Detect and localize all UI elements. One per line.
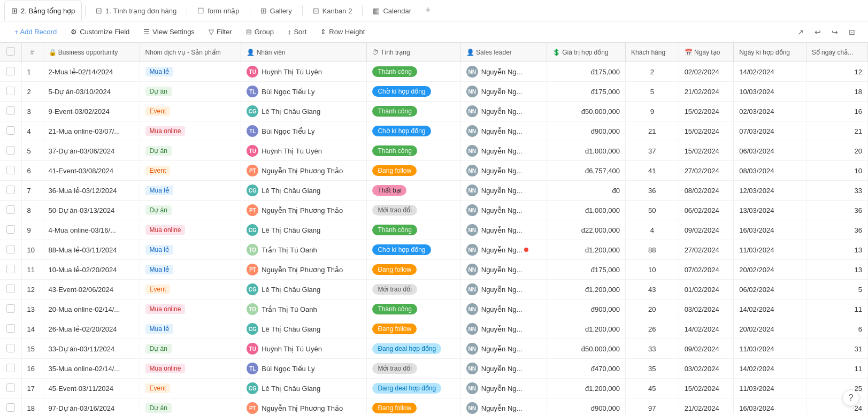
row-checkbox-cell[interactable] [0, 379, 21, 398]
row-checkbox-cell[interactable] [0, 319, 21, 339]
row-height-icon: ⇕ [320, 28, 326, 36]
table-row[interactable]: 1533-Dự án-03/11/2024Dự ánTUHuỳnh Thị Tú… [0, 339, 868, 359]
table-row[interactable]: 94-Mua online-03/16/...Mua onlineCGLê Th… [0, 220, 868, 240]
row-checkbox-cell[interactable] [0, 121, 21, 141]
table-row[interactable]: 1426-Mua lẻ-02/20/2024Mua lẻCGLê Thị Châ… [0, 319, 868, 339]
add-tab-button[interactable]: + [420, 3, 435, 18]
table-row[interactable]: 850-Dự án-03/13/2024Dự ánPTNguyễn Thị Ph… [0, 201, 868, 220]
row-business: 26-Mua lẻ-02/20/2024 [43, 319, 140, 339]
row-ngaytao: 15/02/2024 [679, 121, 734, 141]
col-checkbox[interactable] [0, 43, 21, 62]
row-num: 12 [21, 280, 43, 299]
tab-tinh-trang[interactable]: ⊡ 1. Tình trạng đơn hàng [89, 1, 183, 21]
leader-avatar: NN [466, 86, 478, 97]
toolbar-right: ↗ ↩ ↪ ⊡ [793, 25, 859, 39]
row-checkbox-cell[interactable] [0, 141, 21, 161]
view-settings-button[interactable]: ☰ View Settings [137, 25, 201, 39]
row-height-button[interactable]: ⇕ Row Height [314, 25, 371, 39]
row-checkbox-cell[interactable] [0, 82, 21, 102]
row-songay: 16 [806, 102, 867, 121]
leader-name: Nguyễn Ng... [481, 167, 523, 175]
row-checkbox-cell[interactable] [0, 299, 21, 319]
row-checkbox[interactable] [6, 265, 15, 273]
row-leader: NNNguyễn Ng... [460, 102, 547, 121]
nhom-tag: Event [145, 166, 171, 175]
row-checkbox[interactable] [6, 126, 15, 135]
status-badge: Chờ kí hợp đồng [372, 86, 431, 97]
status-badge: Đang deal hợp đồng [372, 343, 441, 354]
row-checkbox[interactable] [6, 344, 15, 352]
table-row[interactable]: 25-Dự án-03/10/2024Dự ánTLBùi Ngọc Tiểu … [0, 82, 868, 102]
row-checkbox[interactable] [6, 166, 15, 174]
row-checkbox[interactable] [6, 225, 15, 234]
row-giatri: đ1,200,000 [547, 240, 625, 260]
undo-button[interactable]: ↩ [810, 25, 825, 39]
table-row[interactable]: 1745-Event-03/11/2024EventCGLê Thị Châu … [0, 379, 868, 398]
row-giatri: đ470,000 [547, 359, 625, 379]
avatar: TU [247, 343, 258, 355]
row-checkbox[interactable] [6, 285, 15, 293]
row-checkbox-cell[interactable] [0, 359, 21, 379]
row-checkbox[interactable] [6, 146, 15, 155]
tab-calendar[interactable]: ▦ Calendar [366, 1, 418, 21]
row-checkbox-cell[interactable] [0, 260, 21, 280]
table-row[interactable]: 12-Mua lẻ-02/14/2024Mua lẻTUHuỳnh Thị Tú… [0, 62, 868, 82]
row-checkbox[interactable] [6, 87, 15, 95]
row-checkbox-cell[interactable] [0, 62, 21, 82]
customize-field-button[interactable]: ⚙ Customize Field [65, 25, 135, 39]
table-row[interactable]: 1320-Mua online-02/14/...Mua onlineTOTrầ… [0, 299, 868, 319]
table-row[interactable]: 641-Event-03/08/2024EventPTNguyễn Thị Ph… [0, 161, 868, 181]
table-row[interactable]: 1897-Dự án-03/16/2024Dự ánPTNguyễn Thị P… [0, 398, 868, 414]
table-row[interactable]: 1243-Event-02/06/2024EventCGLê Thị Châu … [0, 280, 868, 299]
table-row[interactable]: 537-Dự án-03/06/2024Dự ánTUHuỳnh Thị Tú … [0, 141, 868, 161]
row-checkbox-cell[interactable] [0, 280, 21, 299]
row-giatri: đ0 [547, 181, 625, 201]
group-button[interactable]: ⊟ Group [240, 25, 280, 39]
row-checkbox[interactable] [6, 403, 15, 412]
nhom-tag: Mua online [145, 126, 186, 136]
leader-avatar: NN [466, 283, 478, 295]
tab-bang-tong-hop[interactable]: ⊞ 2. Bảng tổng hợp [4, 1, 82, 21]
row-checkbox[interactable] [6, 324, 15, 333]
table-row[interactable]: 1110-Mua lẻ-02/20/2024Mua lẻPTNguyễn Thị… [0, 260, 868, 280]
row-checkbox[interactable] [6, 106, 15, 115]
row-checkbox-cell[interactable] [0, 339, 21, 359]
tab-form-nhap[interactable]: ☐ form nhập [190, 1, 246, 21]
row-checkbox-cell[interactable] [0, 240, 21, 260]
tab-gallery[interactable]: ⊞ Gallery [254, 1, 299, 21]
table-row[interactable]: 736-Mua lẻ-03/12/2024Mua lẻCGLê Thị Châu… [0, 181, 868, 201]
table-row[interactable]: 421-Mua online-03/07/...Mua onlineTLBùi … [0, 121, 868, 141]
row-checkbox-cell[interactable] [0, 220, 21, 240]
table-row[interactable]: 39-Event-03/02/2024EventCGLê Thị Châu Gi… [0, 102, 868, 121]
row-checkbox[interactable] [6, 186, 15, 194]
row-checkbox[interactable] [6, 304, 15, 313]
row-checkbox[interactable] [6, 67, 15, 75]
tab-kanban[interactable]: ⊡ Kanban 2 [306, 1, 359, 21]
table-row[interactable]: 1635-Mua online-02/14/...Mua onlineTLBùi… [0, 359, 868, 379]
row-leader: NNNguyễn Ng... [460, 299, 547, 319]
row-checkbox[interactable] [6, 245, 15, 253]
select-all-checkbox[interactable] [6, 47, 15, 56]
row-checkbox[interactable] [6, 364, 15, 372]
row-nhom: Event [140, 379, 241, 398]
help-button[interactable]: ? [842, 389, 859, 406]
row-num: 8 [21, 201, 43, 220]
share-button[interactable]: ↗ [793, 25, 808, 39]
leader-name: Nguyễn Ng... [481, 404, 523, 412]
sort-button[interactable]: ↕ Sort [282, 25, 312, 39]
row-checkbox[interactable] [6, 205, 15, 214]
filter-button[interactable]: ▽ Filter [203, 25, 238, 39]
row-checkbox[interactable] [6, 383, 15, 392]
row-checkbox-cell[interactable] [0, 181, 21, 201]
row-checkbox-cell[interactable] [0, 161, 21, 181]
row-checkbox-cell[interactable] [0, 201, 21, 220]
row-checkbox-cell[interactable] [0, 398, 21, 414]
row-checkbox-cell[interactable] [0, 102, 21, 121]
leader-name: Nguyễn Ng... [481, 246, 523, 254]
redo-button[interactable]: ↪ [827, 25, 842, 39]
table-row[interactable]: 1088-Mua lẻ-03/11/2024Mua lẻTOTrần Thị T… [0, 240, 868, 260]
expand-button[interactable]: ⊡ [844, 25, 859, 39]
add-record-button[interactable]: + Add Record [9, 25, 63, 39]
row-nhanvien: TUHuỳnh Thị Tú Uyên [241, 339, 367, 359]
leader-avatar: NN [466, 382, 478, 394]
